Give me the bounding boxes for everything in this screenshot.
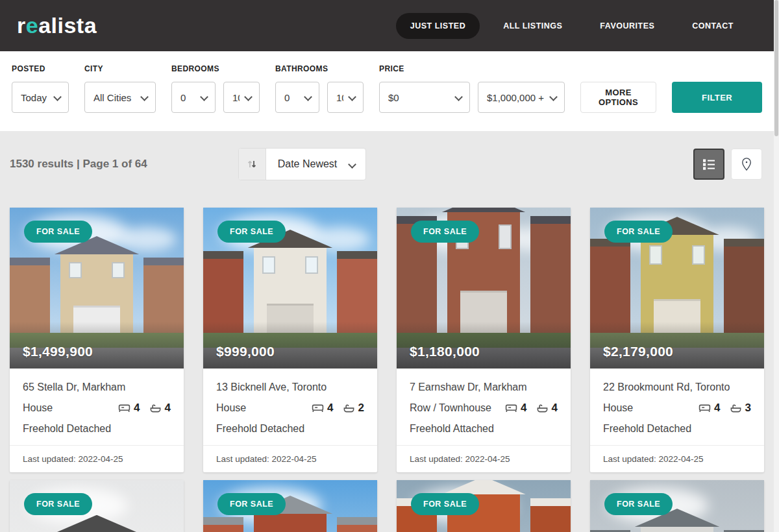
- listing-card[interactable]: FOR SALE $999,000 13 Bicknell Ave, Toron…: [203, 208, 377, 472]
- bath-icon: [730, 404, 742, 413]
- bed-icon: [699, 404, 711, 413]
- baths-count: 3: [730, 402, 751, 415]
- nav-item-all-listings[interactable]: ALL LISTINGS: [489, 13, 576, 39]
- listing-address: 7 Earnshaw Dr, Markham: [410, 381, 558, 393]
- bath-icon: [343, 404, 355, 413]
- listing-details: 13 Bicknell Ave, Toronto House 4 2: [203, 369, 377, 445]
- listing-card[interactable]: FOR SALE: [10, 480, 184, 532]
- filter-button[interactable]: FILTER: [672, 82, 762, 113]
- listing-type: House: [216, 402, 246, 414]
- beds-count: 4: [312, 402, 333, 415]
- listing-card[interactable]: FOR SALE $2,179,000 22 Brookmount Rd, To…: [590, 208, 764, 472]
- price-max-select[interactable]: $1,000,000 +: [478, 82, 565, 113]
- listing-photo: FOR SALE $1,180,000: [397, 208, 571, 369]
- beds-count: 4: [699, 402, 720, 415]
- posted-select[interactable]: Today: [12, 82, 69, 113]
- city-select[interactable]: All Cities: [84, 82, 156, 113]
- bedrooms-min-wrap: 0: [171, 82, 216, 113]
- listing-card[interactable]: FOR SALE: [397, 480, 571, 532]
- listing-updated: Last updated: 2022-04-25: [203, 445, 377, 472]
- beds-count: 4: [118, 402, 140, 415]
- listing-tenure: Freehold Detached: [23, 423, 171, 435]
- bath-icon: [536, 404, 549, 413]
- price-min-select[interactable]: $0: [379, 82, 470, 113]
- list-view-button[interactable]: [693, 149, 724, 180]
- for-sale-badge: FOR SALE: [411, 221, 479, 243]
- map-view-button[interactable]: [731, 149, 762, 180]
- nav-item-just-listed[interactable]: JUST LISTED: [396, 13, 480, 39]
- filter-group-posted: POSTED Today: [12, 64, 69, 113]
- more-options-button[interactable]: MORE OPTIONS: [580, 82, 656, 113]
- filter-label-price: PRICE: [379, 64, 565, 73]
- brand-logo[interactable]: realista: [17, 13, 97, 38]
- filter-group-bedrooms: BEDROOMS 0 10: [171, 64, 260, 113]
- listing-photo: FOR SALE: [203, 480, 377, 532]
- bathrooms-min-wrap: 0: [275, 82, 319, 113]
- beds-count: 4: [505, 402, 526, 415]
- bed-icon: [505, 404, 517, 413]
- filter-label-bathrooms: BATHROOMS: [275, 64, 364, 73]
- listing-photo: FOR SALE: [397, 480, 571, 532]
- logo-accent-letter: e: [26, 13, 38, 38]
- view-toggles: [693, 149, 762, 180]
- filter-group-price: PRICE $0 $1,000,000 +: [379, 64, 565, 113]
- filter-label-city: CITY: [84, 64, 156, 73]
- listing-card[interactable]: FOR SALE $1,499,900 65 Stella Dr, Markha…: [10, 208, 184, 472]
- sort-control[interactable]: Date Newest: [238, 148, 367, 180]
- bath-icon: [149, 404, 162, 413]
- for-sale-badge: FOR SALE: [411, 493, 479, 515]
- listing-card[interactable]: FOR SALE $1,180,000 7 Earnshaw Dr, Markh…: [397, 208, 571, 472]
- listing-updated: Last updated: 2022-04-25: [397, 445, 571, 472]
- scrollbar-thumb[interactable]: [774, 0, 778, 136]
- listing-photo: FOR SALE $1,499,900: [10, 208, 184, 369]
- listing-type: Row / Townhouse: [410, 402, 491, 414]
- filter-label-bedrooms: BEDROOMS: [171, 64, 260, 73]
- bedrooms-min-select[interactable]: 0: [171, 82, 216, 113]
- bedrooms-max-select[interactable]: 10: [223, 82, 260, 113]
- listing-address: 13 Bicknell Ave, Toronto: [216, 381, 364, 393]
- results-bar: 1530 results | Page 1 of 64 Date Newest: [0, 131, 774, 180]
- beds-value: 4: [327, 402, 333, 415]
- listing-card[interactable]: FOR SALE: [590, 480, 764, 532]
- baths-value: 3: [745, 402, 751, 415]
- nav-item-favourites[interactable]: FAVOURITES: [586, 13, 669, 39]
- beds-value: 4: [134, 402, 140, 415]
- bathrooms-max-select[interactable]: 10: [327, 82, 364, 113]
- filter-group-city: CITY All Cities: [84, 64, 156, 113]
- bedrooms-max-wrap: 10: [223, 82, 260, 113]
- bed-icon: [118, 404, 130, 413]
- bathrooms-max-wrap: 10: [327, 82, 364, 113]
- listing-details: 22 Brookmount Rd, Toronto House 4 3: [590, 369, 764, 445]
- main-nav: JUST LISTED ALL LISTINGS FAVOURITES CONT…: [396, 13, 748, 39]
- listing-price: $1,180,000: [410, 344, 480, 359]
- listing-photo: FOR SALE $999,000: [203, 208, 377, 369]
- baths-count: 2: [343, 402, 364, 415]
- city-select-wrap: All Cities: [84, 82, 156, 113]
- listing-type: House: [23, 402, 53, 414]
- listings-grid: FOR SALE $1,499,900 65 Stella Dr, Markha…: [10, 208, 764, 532]
- baths-count: 4: [149, 402, 171, 415]
- bathrooms-min-select[interactable]: 0: [275, 82, 319, 113]
- listing-photo: FOR SALE $2,179,000: [590, 208, 764, 369]
- listing-tenure: Freehold Detached: [603, 423, 751, 435]
- for-sale-badge: FOR SALE: [24, 493, 92, 515]
- nav-item-contact[interactable]: CONTACT: [678, 13, 748, 39]
- map-pin-icon: [740, 157, 753, 171]
- listing-tenure: Freehold Attached: [410, 423, 558, 435]
- listing-card[interactable]: FOR SALE: [203, 480, 377, 532]
- listing-price: $1,499,900: [23, 344, 93, 359]
- baths-value: 4: [165, 402, 171, 415]
- list-view-icon: [702, 158, 715, 171]
- sort-direction-button[interactable]: [239, 149, 266, 180]
- posted-select-wrap: Today: [12, 82, 69, 113]
- sort-dropdown[interactable]: Date Newest: [266, 149, 366, 180]
- baths-value: 4: [552, 402, 558, 415]
- bed-icon: [312, 404, 324, 413]
- for-sale-badge: FOR SALE: [217, 493, 286, 515]
- beds-value: 4: [521, 402, 526, 415]
- sort-direction-icon: [247, 159, 257, 169]
- filter-panel: POSTED Today CITY All Cities BEDROOMS 0 …: [0, 51, 774, 131]
- listing-price: $999,000: [216, 344, 275, 359]
- for-sale-badge: FOR SALE: [604, 221, 673, 243]
- filter-label-posted: POSTED: [12, 64, 69, 73]
